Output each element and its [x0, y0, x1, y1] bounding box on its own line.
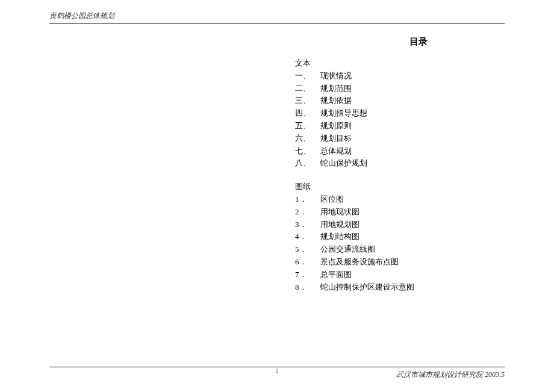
toc-item: 5．公园交通流线图: [295, 243, 414, 256]
page-header: 黄鹤楼公园总体规划: [49, 11, 505, 23]
toc-item: 6．景点及服务设施布点图: [295, 256, 414, 269]
toc-text: 区位图: [320, 194, 344, 204]
toc-item: 二、规划范围: [295, 82, 414, 95]
toc-marker: 4．: [295, 231, 320, 243]
toc-marker: 四、: [295, 107, 320, 120]
toc-title: 目录: [409, 36, 428, 48]
toc-text: 规划原则: [320, 121, 352, 130]
footer-org-date: 武汉市城市规划设计研究院 2003.5: [49, 370, 505, 380]
toc-item: 8．蛇山控制保护区建设示意图: [295, 281, 414, 294]
toc-marker: 5．: [295, 243, 320, 256]
toc-item: 五、规划原则: [295, 120, 414, 132]
toc-marker: 6．: [295, 256, 320, 269]
toc-text: 总平面图: [320, 270, 352, 279]
toc-item: 3．用地规划图: [295, 219, 414, 231]
toc-item: 八、蛇山保护规划: [295, 157, 414, 170]
document-title: 黄鹤楼公园总体规划: [49, 11, 505, 21]
toc-marker: 一、: [295, 70, 320, 82]
toc-text: 规划依据: [320, 96, 352, 105]
toc-marker: 3．: [295, 219, 320, 231]
toc-text: 规划结构图: [320, 232, 359, 241]
toc-item: 一、现状情况: [295, 70, 414, 82]
toc-text: 用地规划图: [320, 220, 359, 229]
toc-text: 蛇山保护规划: [320, 158, 367, 167]
toc-text: 现状情况: [320, 71, 352, 80]
toc-marker: 2．: [295, 206, 320, 219]
toc-item: 七、总体规划: [295, 145, 414, 158]
toc-marker: 7．: [295, 269, 320, 281]
toc-marker: 8．: [295, 281, 320, 294]
toc-text: 景点及服务设施布点图: [320, 257, 399, 266]
toc-text: 规划指导思想: [320, 108, 367, 117]
toc-text: 规划范围: [320, 84, 352, 93]
toc-content: 文本 一、现状情况 二、规划范围 三、规划依据 四、规划指导思想 五、规划原则 …: [295, 57, 414, 293]
toc-item: 7．总平面图: [295, 269, 414, 281]
toc-text: 公园交通流线图: [320, 244, 375, 254]
toc-item: 四、规划指导思想: [295, 107, 414, 120]
section-label-drawings: 图纸: [295, 181, 414, 193]
toc-marker: 二、: [295, 82, 320, 95]
toc-marker: 七、: [295, 145, 320, 158]
page-footer: 武汉市城市规划设计研究院 2003.5: [49, 367, 505, 380]
toc-item: 1．区位图: [295, 193, 414, 206]
toc-marker: 六、: [295, 132, 320, 145]
toc-item: 2．用地现状图: [295, 206, 414, 219]
toc-text: 总体规划: [320, 146, 352, 155]
toc-marker: 八、: [295, 157, 320, 170]
toc-marker: 五、: [295, 120, 320, 132]
section-label-text: 文本: [295, 57, 414, 70]
toc-item: 4．规划结构图: [295, 231, 414, 243]
toc-item: 三、规划依据: [295, 95, 414, 107]
toc-text: 规划目标: [320, 134, 352, 143]
toc-item: 六、规划目标: [295, 132, 414, 145]
toc-marker: 1．: [295, 193, 320, 206]
toc-text: 用地现状图: [320, 207, 359, 216]
toc-text: 蛇山控制保护区建设示意图: [320, 282, 414, 291]
toc-marker: 三、: [295, 95, 320, 107]
